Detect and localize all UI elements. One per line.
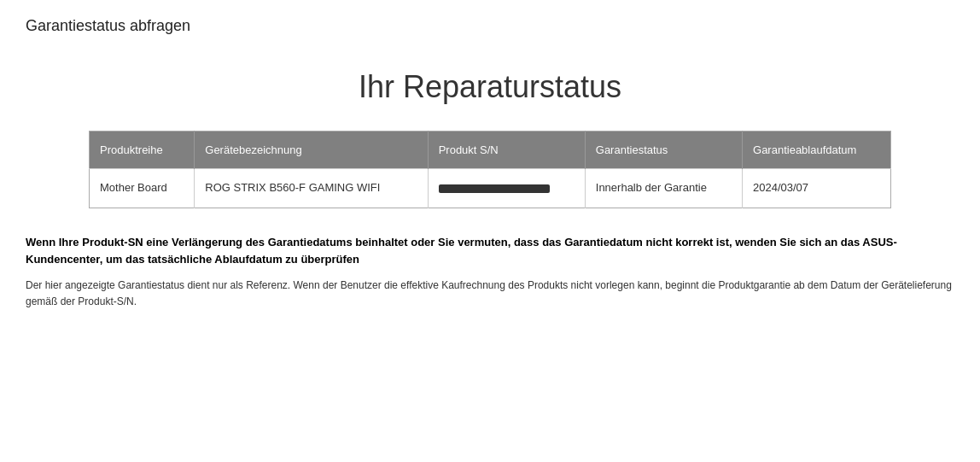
cell-produkt-sn — [428, 169, 585, 208]
cell-garantieablaufdatum: 2024/03/07 — [743, 169, 891, 208]
warranty-table: Produktreihe Gerätebezeichnung Produkt S… — [89, 131, 891, 208]
warranty-table-wrapper: Produktreihe Gerätebezeichnung Produkt S… — [89, 131, 891, 208]
cell-garantiestatus: Innerhalb der Garantie — [585, 169, 742, 208]
cell-geraetebezeichnung: ROG STRIX B560-F GAMING WIFI — [195, 169, 428, 208]
notice-bold: Wenn Ihre Produkt-SN eine Verlängerung d… — [26, 234, 954, 267]
section-title: Ihr Reparaturstatus — [26, 69, 954, 105]
col-header-produkt-sn: Produkt S/N — [428, 132, 585, 169]
cell-produktreihe: Mother Board — [90, 169, 195, 208]
col-header-garantiestatus: Garantiestatus — [585, 132, 742, 169]
notice-normal: Der hier angezeigte Garantiestatus dient… — [26, 278, 954, 310]
col-header-produktreihe: Produktreihe — [90, 132, 195, 169]
col-header-garantieablaufdatum: Garantieablaufdatum — [743, 132, 891, 169]
serial-redacted-icon — [439, 184, 550, 193]
page-title: Garantiestatus abfragen — [26, 17, 954, 35]
table-row: Mother Board ROG STRIX B560-F GAMING WIF… — [90, 169, 891, 208]
col-header-geraetebezeichnung: Gerätebezeichnung — [195, 132, 428, 169]
table-header-row: Produktreihe Gerätebezeichnung Produkt S… — [90, 132, 891, 169]
